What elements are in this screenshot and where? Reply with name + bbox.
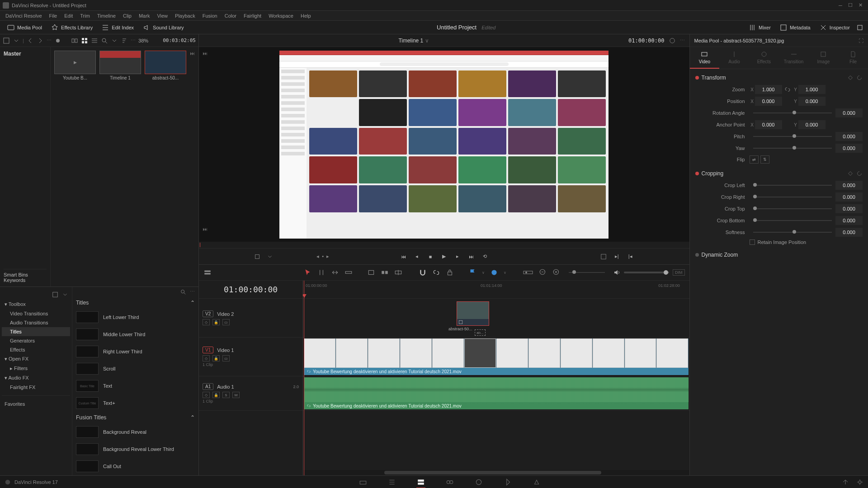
crop-right-slider[interactable] [753, 197, 832, 197]
loop-button[interactable]: ⟲ [481, 253, 488, 260]
title-left-lower-third[interactable]: Left Lower Third [72, 309, 198, 326]
track-v1[interactable]: Youtube Bewertung deaktivieren und aktiv… [303, 338, 689, 376]
project-settings-icon[interactable] [856, 479, 863, 486]
pitch-input[interactable] [835, 132, 863, 141]
zoom-range-icon[interactable] [523, 268, 533, 277]
zoom-out-icon[interactable] [539, 268, 547, 277]
softness-slider[interactable] [753, 232, 832, 233]
menu-edit[interactable]: Edit [61, 13, 76, 19]
go-start-button[interactable]: |◂ [627, 253, 634, 260]
timeline-tracks-area[interactable]: 01:00:00:00 01:01:14:00 01:02:28:00 abst… [303, 281, 689, 475]
view-grid-icon[interactable] [81, 37, 88, 44]
track-v2[interactable]: abstract-50... ab... [303, 299, 689, 338]
lock-track-icon[interactable]: 🔒 [212, 392, 220, 398]
menu-clip[interactable]: Clip [119, 13, 135, 19]
expand-icon[interactable]: ⛶ [859, 38, 863, 43]
bypass-icon[interactable] [669, 38, 675, 44]
fx-video-transitions[interactable]: Video Transitions [2, 309, 70, 318]
chevron-down-icon[interactable] [111, 37, 118, 44]
fx-group-audiofx[interactable]: ▾ Audio FX [2, 373, 70, 383]
more-icon[interactable]: ⋯ [680, 38, 685, 43]
track-header-v2[interactable]: V2Video 2 ◇🔒▭ [199, 299, 302, 338]
fusion-bg-reveal-lt[interactable]: Background Reveal Lower Third [72, 441, 198, 458]
chevron-down-icon[interactable] [267, 253, 273, 260]
sound-library-toggle[interactable]: Sound Library [138, 22, 189, 33]
softness-input[interactable] [835, 228, 863, 237]
search-icon[interactable] [180, 289, 186, 295]
link-icon[interactable] [432, 268, 440, 277]
timeline-view-options-icon[interactable] [203, 268, 212, 277]
blade-tool-icon[interactable] [344, 268, 353, 277]
skip-forward-icon[interactable]: ⏭ [203, 51, 208, 56]
menu-fairlight[interactable]: Fairlight [240, 13, 265, 19]
dim-button[interactable]: DIM [673, 269, 685, 276]
nav-back-icon[interactable] [27, 37, 34, 44]
match-frame-icon[interactable] [254, 253, 260, 260]
page-fairlight[interactable] [502, 478, 513, 487]
keyframe-icon[interactable] [847, 75, 854, 81]
auto-select-icon[interactable]: ◇ [203, 392, 210, 398]
inspector-tab-video[interactable]: Video [690, 47, 720, 69]
rotation-slider[interactable] [753, 113, 832, 113]
zoom-in-icon[interactable] [552, 268, 561, 277]
flag-icon[interactable] [468, 268, 476, 277]
rotation-input[interactable] [835, 108, 863, 117]
link-icon[interactable] [784, 86, 791, 93]
viewer-scrubber[interactable] [199, 242, 689, 248]
title-text-plus[interactable]: Custom TitleText+ [72, 394, 198, 412]
mixer-toggle[interactable]: Mixer [744, 22, 775, 33]
timeline-master-timecode[interactable]: 01:00:00:00 [199, 281, 302, 299]
playhead[interactable] [304, 281, 304, 475]
collapse-icon[interactable]: ⌃ [190, 300, 195, 306]
crop-left-input[interactable] [835, 181, 863, 190]
bin-list-icon[interactable] [3, 37, 10, 44]
chevron-down-icon[interactable] [62, 291, 68, 298]
selection-tool-icon[interactable] [304, 268, 312, 277]
maximize-button[interactable]: ☐ [845, 2, 855, 9]
menu-view[interactable]: View [153, 13, 171, 19]
more-icon[interactable]: ⋯ [131, 38, 136, 43]
fusion-bg-reveal[interactable]: Background Reveal [72, 423, 198, 441]
fx-titles[interactable]: Titles [2, 327, 70, 336]
view-meta-icon[interactable] [71, 37, 78, 44]
skip-forward-icon[interactable]: ⏭ [190, 51, 195, 56]
track-badge-v2[interactable]: V2 [203, 310, 213, 317]
enable-dot-icon[interactable] [695, 172, 699, 175]
overwrite-clip-icon[interactable] [381, 268, 389, 277]
position-x-input[interactable] [755, 97, 782, 106]
view-list-icon[interactable] [91, 37, 98, 44]
reset-icon[interactable] [856, 75, 863, 81]
media-clip-abstract[interactable]: abstract-50... [145, 51, 186, 283]
solo-button[interactable]: S [222, 392, 230, 398]
prev-frame-button[interactable]: ◂ [413, 253, 420, 260]
keyframe-icon[interactable] [847, 170, 854, 177]
fx-group-toolbox[interactable]: ▾ Toolbox [2, 300, 70, 309]
timeline-ruler[interactable]: 01:00:00:00 01:01:14:00 01:02:28:00 [303, 281, 689, 299]
page-media[interactable] [358, 478, 368, 487]
position-y-input[interactable] [798, 97, 826, 106]
trim-tool-icon[interactable] [317, 268, 326, 277]
first-frame-button[interactable]: ⏮ [400, 253, 407, 260]
track-header-v1[interactable]: V1Video 1 ◇🔒▭ 1 Clip [199, 338, 302, 376]
inspector-toggle[interactable]: Inspector [815, 22, 854, 33]
clip-a1-youtube[interactable]: Youtube Bewertung deaktivieren und aktiv… [304, 377, 689, 409]
next-frame-button[interactable]: ▸ [454, 253, 461, 260]
last-frame-button[interactable]: ⏭ [467, 253, 475, 260]
title-middle-lower-third[interactable]: Middle Lower Third [72, 326, 198, 343]
media-clip-youtube[interactable]: ▶Youtube B... [54, 51, 96, 283]
go-end-button[interactable]: ▸| [613, 253, 620, 260]
marker-icon[interactable] [490, 268, 498, 277]
yaw-slider[interactable] [753, 148, 832, 149]
fx-filters[interactable]: ▸ Filters [2, 364, 70, 373]
expand-button[interactable] [854, 22, 865, 33]
clip-v1-youtube[interactable]: Youtube Bewertung deaktivieren und aktiv… [304, 338, 689, 375]
sort-icon[interactable] [121, 37, 128, 44]
pitch-slider[interactable] [753, 136, 832, 137]
track-badge-a1[interactable]: A1 [203, 383, 213, 390]
volume-slider[interactable] [624, 272, 669, 273]
more-icon[interactable]: ⋯ [190, 289, 195, 295]
title-scroll[interactable]: Scroll [72, 360, 198, 377]
media-zoom-pct[interactable]: 38% [138, 38, 148, 43]
flip-v-button[interactable]: ⇅ [760, 155, 769, 164]
auto-select-icon[interactable]: ◇ [203, 355, 210, 361]
